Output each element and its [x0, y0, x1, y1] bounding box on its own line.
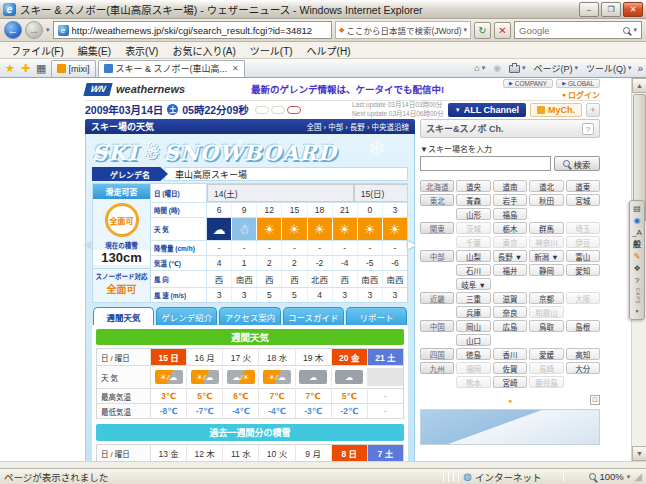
prefecture-button[interactable]: 島根	[566, 320, 600, 332]
prefecture-button[interactable]: 京都	[529, 292, 563, 304]
prefecture-button[interactable]: 熊本	[456, 376, 490, 388]
all-channel-button[interactable]: ▼ALL Channel	[448, 103, 526, 117]
prefecture-button[interactable]: 鹿児島	[529, 376, 563, 388]
prefecture-button[interactable]: 福島	[493, 208, 527, 220]
ime-word-register-icon[interactable]: ✎	[634, 252, 641, 262]
prefecture-button[interactable]: 岡山	[456, 320, 490, 332]
prefecture-button[interactable]: 北海道	[420, 180, 454, 192]
menu-item[interactable]: ファイル(F)	[4, 42, 71, 59]
jword-dropdown-icon[interactable]: ▾	[463, 26, 467, 34]
prefecture-button[interactable]: 高知	[566, 348, 600, 360]
stop-button[interactable]: ✕	[494, 22, 511, 39]
prefecture-button[interactable]: 東北	[420, 194, 454, 206]
prefecture-button[interactable]: 佐賀	[493, 362, 527, 374]
weathernews-logo-text[interactable]: weathernews	[116, 83, 185, 95]
history-dropdown-icon[interactable]: ▾	[46, 26, 50, 34]
prefecture-button[interactable]: 静岡	[529, 264, 563, 276]
prefecture-button[interactable]: 道北	[529, 180, 563, 192]
ime-input-mode-icon[interactable]: ◉	[634, 216, 641, 226]
breadcrumb[interactable]: 全国 › 中部 › 長野 › 中央道沿線	[307, 121, 410, 132]
prefecture-button[interactable]: 福岡	[456, 362, 490, 374]
resort-search-button[interactable]: 検索	[554, 156, 600, 171]
prefecture-button[interactable]: 青森	[456, 194, 490, 206]
prefecture-button[interactable]: 奈良	[493, 306, 527, 318]
prefecture-button[interactable]: 山梨	[456, 250, 490, 262]
prefecture-button[interactable]: 兵庫	[456, 306, 490, 318]
prefecture-button[interactable]: 山形	[456, 208, 490, 220]
company-button[interactable]: ▶COMPANY	[503, 79, 553, 88]
jword-search-combo[interactable]: ◆ ここから日本語で検索(JWord) ▾	[335, 21, 471, 39]
prefecture-button[interactable]: 岐阜 ▼	[456, 278, 490, 290]
forward-button[interactable]: →	[25, 21, 43, 39]
prefecture-button[interactable]: 関東	[420, 222, 454, 234]
prefecture-button[interactable]: 大阪	[566, 292, 600, 304]
prefecture-button[interactable]: 伊豆	[566, 236, 600, 248]
home-button[interactable]: ⌂▾	[472, 63, 487, 73]
zoom-dropdown-icon[interactable]: ▾	[627, 473, 631, 481]
prefecture-button[interactable]: 愛媛	[529, 348, 563, 360]
prefecture-button[interactable]: 愛知	[566, 264, 600, 276]
prefecture-button[interactable]: 鳥取	[529, 320, 563, 332]
prefecture-button[interactable]: 和歌山	[529, 306, 563, 318]
ime-minimize-icon[interactable]: ▼	[635, 306, 640, 316]
section-tab[interactable]: コースガイド	[283, 307, 344, 325]
search-magnifier-icon[interactable]	[623, 27, 630, 34]
tab-close-icon[interactable]: ✕	[230, 64, 239, 73]
ime-tools-icon[interactable]: ❖	[633, 264, 640, 274]
section-tab[interactable]: リポート	[346, 307, 407, 325]
prefecture-button[interactable]: 栃木	[493, 222, 527, 234]
minimize-button[interactable]: –	[579, 2, 599, 17]
prefecture-button[interactable]: 東京	[493, 236, 527, 248]
resort-search-input[interactable]	[420, 156, 551, 171]
prefecture-button[interactable]: 九州	[420, 362, 454, 374]
print-button[interactable]: ▾	[507, 63, 528, 73]
prefecture-button[interactable]: 宮崎	[493, 376, 527, 388]
section-tab[interactable]: 週間天気	[93, 307, 154, 325]
horizontal-scrollbar[interactable]	[0, 461, 646, 468]
prefecture-button[interactable]: 四国	[420, 348, 454, 360]
prefecture-button[interactable]: 宮城	[566, 194, 600, 206]
ime-direct-input-icon[interactable]: _A	[632, 228, 642, 238]
page-menu-button[interactable]: ページ(P)▾	[532, 62, 580, 75]
prefecture-button[interactable]: 近畿	[420, 292, 454, 304]
prefecture-button[interactable]: 広島	[493, 320, 527, 332]
prefecture-button[interactable]: 中国	[420, 320, 454, 332]
menu-item[interactable]: ヘルプ(H)	[300, 42, 358, 59]
prefecture-button[interactable]: 茨城	[456, 222, 490, 234]
prefecture-button[interactable]: 山口	[456, 334, 490, 346]
restore-button[interactable]: ❐	[601, 2, 621, 17]
toolbar-overflow-icon[interactable]: »	[637, 63, 643, 74]
prefecture-button[interactable]: 中部	[420, 250, 454, 262]
prefecture-button[interactable]: 新潟 ▼	[529, 250, 563, 262]
prefecture-button[interactable]: 埼玉	[566, 222, 600, 234]
prefecture-button[interactable]: 神奈川	[529, 236, 563, 248]
expand-icon[interactable]: ⊡	[590, 395, 600, 405]
prefecture-button[interactable]: 群馬	[529, 222, 563, 234]
prefecture-button[interactable]: 滋賀	[493, 292, 527, 304]
add-channel-button[interactable]: +	[586, 103, 600, 117]
quick-tabs-icon[interactable]: ▦	[34, 62, 48, 75]
menu-item[interactable]: 表示(V)	[118, 42, 165, 59]
section-tab[interactable]: ゲレンデ紹介	[156, 307, 217, 325]
tab-active-ski[interactable]: スキー & スノボー(車山高... ✕	[98, 60, 245, 77]
login-link[interactable]: ●ログイン	[562, 89, 600, 100]
tools-menu-button[interactable]: ツール(Q)▾	[584, 62, 634, 75]
section-tab[interactable]: アクセス案内	[219, 307, 280, 325]
menu-item[interactable]: ツール(T)	[243, 42, 300, 59]
search-input[interactable]	[519, 25, 620, 36]
prefecture-button[interactable]: 香川	[493, 348, 527, 360]
prefecture-button[interactable]: 長崎	[529, 362, 563, 374]
prefecture-button[interactable]: 石川	[456, 264, 490, 276]
ime-help-icon[interactable]: ?	[635, 276, 639, 286]
prefecture-button[interactable]: 富山	[566, 250, 600, 262]
menu-item[interactable]: 編集(E)	[71, 42, 118, 59]
prefecture-button[interactable]: 道南	[493, 180, 527, 192]
scroll-down-button[interactable]: ▼	[632, 446, 646, 461]
prefecture-button[interactable]: 長野 ▼	[493, 250, 527, 262]
tab-mixi[interactable]: [mixi]	[51, 60, 96, 77]
scroll-up-button[interactable]: ▲	[632, 78, 646, 93]
refresh-button[interactable]: ↻	[474, 22, 491, 39]
back-button[interactable]: ←	[4, 21, 22, 39]
address-field[interactable]: e http://weathernews.jp/ski/cgi/search_r…	[53, 21, 333, 39]
prefecture-button[interactable]: 道央	[456, 180, 490, 192]
